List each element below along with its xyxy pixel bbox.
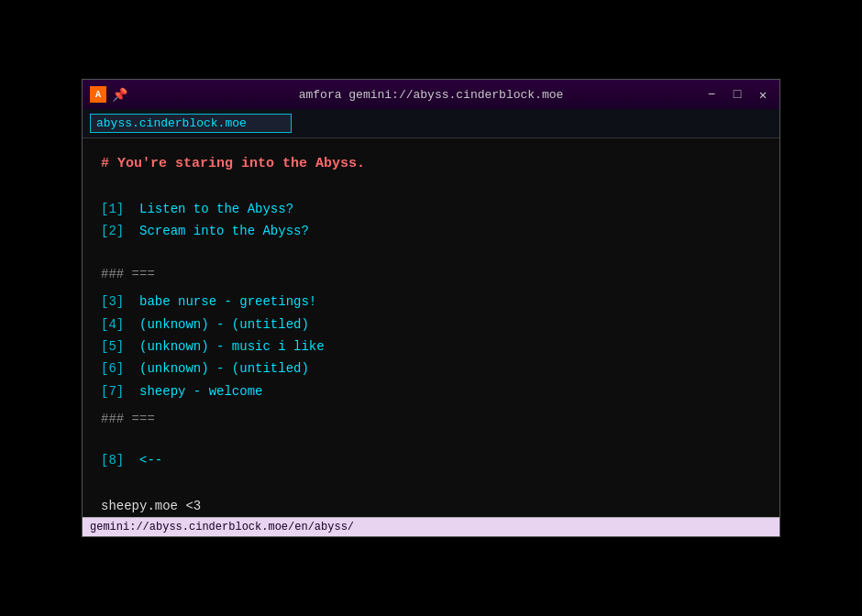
page-heading: # You're staring into the Abyss. <box>101 153 761 175</box>
close-button[interactable]: ✕ <box>754 85 772 104</box>
maximize-button[interactable]: □ <box>728 85 746 104</box>
link-7[interactable]: [7] sheepy - welcome <box>101 381 761 402</box>
separator-bottom: ### === <box>101 409 761 429</box>
urlbar <box>83 109 779 138</box>
link-6[interactable]: [6] (unknown) - (untitled) <box>101 358 761 379</box>
url-input[interactable] <box>90 114 292 133</box>
content-area: # You're staring into the Abyss. [1] Lis… <box>83 138 779 517</box>
window-title: amfora gemini://abyss.cinderblock.moe <box>299 88 564 102</box>
pin-button[interactable]: 📌 <box>112 87 127 103</box>
link-8-back[interactable]: [8] <-- <box>101 450 761 470</box>
minimize-button[interactable]: − <box>702 85 721 104</box>
titlebar: A 📌 amfora gemini://abyss.cinderblock.mo… <box>83 80 779 109</box>
statusbar: gemini://abyss.cinderblock.moe/en/abyss/ <box>83 517 779 536</box>
app-icon: A <box>90 86 106 103</box>
link-5[interactable]: [5] (unknown) - music i like <box>101 336 761 357</box>
window-controls: − □ ✕ <box>702 85 772 104</box>
link-2[interactable]: [2] Scream into the Abyss? <box>101 221 761 241</box>
footer-text: sheepy.moe <3 <box>101 496 761 516</box>
app-window: A 📌 amfora gemini://abyss.cinderblock.mo… <box>82 79 780 537</box>
status-url: gemini://abyss.cinderblock.moe/en/abyss/ <box>90 521 354 534</box>
link-3[interactable]: [3] babe nurse - greetings! <box>101 292 761 312</box>
link-1[interactable]: [1] Listen to the Abyss? <box>101 199 761 219</box>
separator-top: ### === <box>101 264 761 284</box>
link-4[interactable]: [4] (unknown) - (untitled) <box>101 314 761 335</box>
